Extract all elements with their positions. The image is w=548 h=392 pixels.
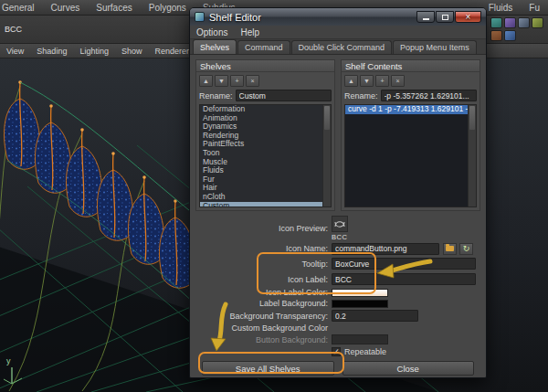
shelf-list-item[interactable]: Deformation bbox=[200, 105, 331, 114]
menu-help[interactable]: Help bbox=[234, 27, 266, 37]
shelves-rename-label: Rename: bbox=[199, 91, 233, 101]
menu-surfaces[interactable]: Surfaces bbox=[88, 3, 140, 13]
button-background-label: Button Background: bbox=[195, 335, 328, 344]
shelf-editor-dialog: Shelf Editor × Options Help Shelves Comm… bbox=[189, 7, 487, 378]
axis-y-label: y bbox=[6, 356, 11, 366]
panel-menu-show[interactable]: Show bbox=[115, 47, 149, 56]
shelf-list-item[interactable]: Hair bbox=[200, 184, 331, 193]
panel-menu-shading[interactable]: Shading bbox=[30, 47, 73, 56]
panel-menu-lighting[interactable]: Lighting bbox=[73, 47, 115, 56]
save-all-shelves-button[interactable]: Save All Shelves bbox=[202, 361, 334, 376]
shelf-icon[interactable] bbox=[518, 17, 530, 28]
dialog-title: Shelf Editor bbox=[209, 12, 261, 23]
button-background-row: Button Background: bbox=[195, 334, 480, 345]
shelf-list-item[interactable]: Fur bbox=[200, 175, 331, 185]
shelf-list-item[interactable]: Dynamics bbox=[200, 122, 331, 132]
new-shelf-icon[interactable]: + bbox=[230, 75, 244, 87]
icon-label-input[interactable] bbox=[332, 273, 476, 285]
refresh-icon: ↻ bbox=[463, 245, 470, 253]
shelf-list-item[interactable]: Rendering bbox=[200, 132, 331, 141]
shelf-contents-group-body: ▲ ▼ + × Rename: curve -d 1 -p -7.419313 … bbox=[342, 72, 480, 210]
close-icon: × bbox=[466, 13, 471, 22]
minimize-button[interactable] bbox=[416, 11, 435, 23]
tooltip-input[interactable] bbox=[332, 258, 476, 270]
shelf-list-item[interactable]: Fluids bbox=[200, 166, 331, 175]
icon-preview: BCC bbox=[332, 216, 348, 241]
move-item-down-icon[interactable]: ▼ bbox=[360, 75, 374, 87]
icon-preview-caption: BCC bbox=[332, 233, 347, 241]
move-item-up-icon[interactable]: ▲ bbox=[344, 75, 358, 87]
contents-rename-input[interactable] bbox=[381, 90, 477, 101]
menu-curves[interactable]: Curves bbox=[43, 3, 89, 13]
shelves-toolbar: ▲ ▼ + × bbox=[199, 75, 332, 87]
item-properties-form: Icon Preview: BCC Icon Name: ↻ Tooltip: bbox=[190, 214, 486, 357]
shelves-list[interactable]: Deformation Animation Dynamics Rendering… bbox=[199, 104, 332, 207]
shelf-list-item[interactable]: nCloth bbox=[200, 193, 331, 202]
background-transparency-label: Background Transparency: bbox=[195, 312, 328, 321]
repeatable-checkbox[interactable]: ✓ bbox=[332, 347, 341, 356]
shelves-scrollbar[interactable] bbox=[322, 105, 331, 207]
label-background-swatch[interactable] bbox=[332, 300, 388, 308]
menu-options[interactable]: Options bbox=[190, 27, 234, 37]
icon-name-input[interactable] bbox=[332, 243, 439, 255]
shelf-list-item[interactable]: Muscle bbox=[200, 158, 331, 167]
tab-popup-menu-items[interactable]: Popup Menu Items bbox=[393, 40, 477, 54]
menu-general[interactable]: General bbox=[0, 3, 43, 13]
dialog-titlebar[interactable]: Shelf Editor × bbox=[190, 8, 486, 26]
icon-label-color-row: Icon Label Color: bbox=[195, 287, 480, 298]
delete-item-icon[interactable]: × bbox=[391, 75, 405, 87]
tab-command[interactable]: Command bbox=[237, 40, 290, 54]
repeatable-row: ✓ Repeatable bbox=[195, 345, 480, 357]
icon-label-row: Icon Label: bbox=[195, 271, 480, 287]
close-dialog-button[interactable]: Close bbox=[342, 361, 475, 376]
scrollbar-thumb[interactable] bbox=[469, 106, 475, 130]
shelves-group: Shelves ▲ ▼ + × Rename: Deformation Ani bbox=[195, 59, 335, 211]
contents-scrollbar[interactable] bbox=[468, 105, 476, 207]
shelf-icon[interactable] bbox=[532, 17, 543, 28]
shelf-list-item[interactable]: PaintEffects bbox=[200, 140, 331, 149]
menu-fur[interactable]: Fu bbox=[521, 3, 548, 13]
shelf-list-item[interactable]: Toon bbox=[200, 149, 331, 158]
window-controls: × bbox=[416, 11, 481, 23]
content-list-item-selected[interactable]: curve -d 1 -p -7.419313 1.629101 -8.6698… bbox=[345, 105, 476, 114]
panel-menu-view[interactable]: View bbox=[0, 47, 30, 56]
scrollbar-thumb[interactable] bbox=[324, 106, 330, 130]
dialog-menubar: Options Help bbox=[190, 26, 486, 39]
tab-double-click-command[interactable]: Double Click Command bbox=[291, 40, 393, 54]
shelf-list-item-selected[interactable]: Custom bbox=[200, 202, 331, 207]
icon-label-color-label: Icon Label Color: bbox=[195, 288, 328, 297]
close-button[interactable]: × bbox=[455, 11, 481, 23]
shelf-icon[interactable] bbox=[490, 30, 502, 41]
contents-rename-label: Rename: bbox=[344, 91, 378, 101]
browse-button[interactable] bbox=[443, 243, 457, 255]
shelf-icon[interactable] bbox=[504, 17, 516, 28]
maximize-icon bbox=[442, 15, 448, 20]
tooltip-label: Tooltip: bbox=[195, 260, 328, 269]
contents-toolbar: ▲ ▼ + × bbox=[344, 75, 477, 87]
move-shelf-up-icon[interactable]: ▲ bbox=[199, 75, 213, 87]
custom-background-color-row: Custom Background Color bbox=[195, 323, 480, 334]
shelf-contents-group: Shelf Contents ▲ ▼ + × Rename: curve -d … bbox=[341, 59, 480, 211]
background-transparency-input[interactable] bbox=[332, 310, 418, 322]
maya-window: General Curves Surfaces Polygons Subdivs… bbox=[0, 0, 548, 392]
contents-rename-row: Rename: bbox=[344, 90, 477, 101]
move-shelf-down-icon[interactable]: ▼ bbox=[215, 75, 228, 87]
shelf-tab-bcc[interactable]: BCC bbox=[5, 25, 22, 34]
icon-label-color-swatch[interactable] bbox=[332, 289, 388, 297]
menu-polygons[interactable]: Polygons bbox=[141, 3, 195, 13]
dialog-groups: Shelves ▲ ▼ + × Rename: Deformation Ani bbox=[190, 55, 486, 214]
shelf-icon[interactable] bbox=[490, 17, 502, 28]
shelves-rename-row: Rename: bbox=[199, 90, 332, 101]
refresh-button[interactable]: ↻ bbox=[459, 243, 473, 255]
shelf-icon[interactable] bbox=[504, 30, 516, 41]
icon-preview-row: Icon Preview: BCC bbox=[195, 216, 480, 241]
shelves-rename-input[interactable] bbox=[236, 90, 332, 101]
label-background-row: Label Background: bbox=[195, 298, 480, 309]
delete-shelf-icon[interactable]: × bbox=[246, 75, 259, 87]
window-icon bbox=[195, 12, 205, 22]
shelf-list-item[interactable]: Animation bbox=[200, 114, 331, 123]
maximize-button[interactable] bbox=[436, 11, 454, 23]
new-item-icon[interactable]: + bbox=[375, 75, 389, 87]
shelf-contents-list[interactable]: curve -d 1 -p -7.419313 1.629101 -8.6698… bbox=[344, 104, 477, 207]
tab-shelves[interactable]: Shelves bbox=[193, 39, 237, 54]
